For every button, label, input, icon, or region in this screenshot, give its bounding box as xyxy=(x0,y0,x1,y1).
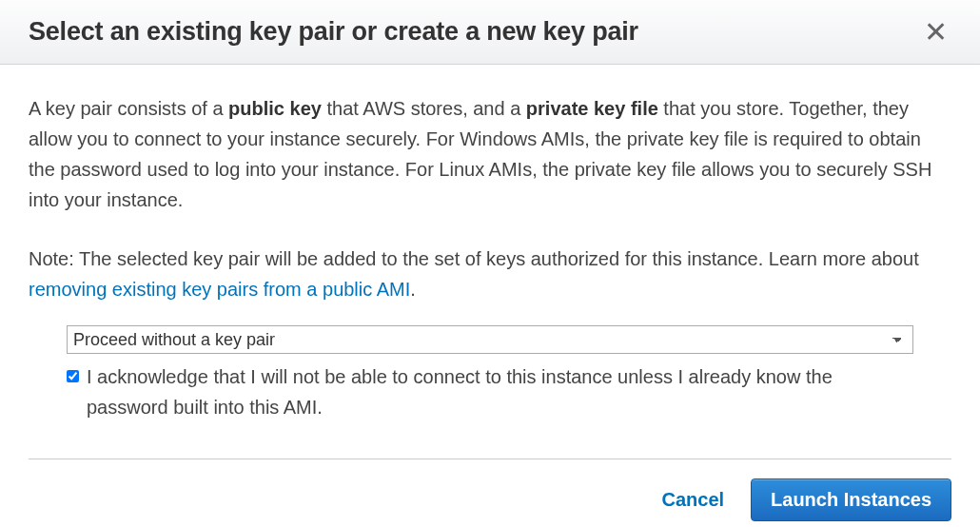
modal-footer: Cancel Launch Instances xyxy=(0,459,980,527)
desc-text: that AWS stores, and a xyxy=(322,98,526,119)
modal-header: Select an existing key pair or create a … xyxy=(0,0,980,65)
close-icon[interactable]: ✕ xyxy=(920,18,951,47)
modal-body: A key pair consists of a public key that… xyxy=(0,65,980,432)
acknowledge-row: I acknowledge that I will not be able to… xyxy=(67,361,913,422)
key-pair-description: A key pair consists of a public key that… xyxy=(29,93,951,215)
desc-text: A key pair consists of a xyxy=(29,98,228,119)
key-pair-select[interactable]: Proceed without a key pair xyxy=(67,325,913,354)
desc-bold-private-key: private key file xyxy=(526,98,658,119)
launch-instances-button[interactable]: Launch Instances xyxy=(751,478,951,521)
key-pair-modal: Select an existing key pair or create a … xyxy=(0,0,980,527)
modal-title: Select an existing key pair or create a … xyxy=(29,17,638,47)
acknowledge-checkbox[interactable] xyxy=(67,369,79,383)
key-pair-note: Note: The selected key pair will be adde… xyxy=(29,244,951,304)
desc-bold-public-key: public key xyxy=(228,98,322,119)
note-text: . xyxy=(410,279,416,300)
acknowledge-label[interactable]: I acknowledge that I will not be able to… xyxy=(87,361,913,422)
form-area: Proceed without a key pair I acknowledge… xyxy=(29,323,951,422)
remove-key-pairs-link[interactable]: removing existing key pairs from a publi… xyxy=(29,279,410,300)
cancel-button[interactable]: Cancel xyxy=(661,489,724,511)
note-text: Note: The selected key pair will be adde… xyxy=(29,248,919,269)
